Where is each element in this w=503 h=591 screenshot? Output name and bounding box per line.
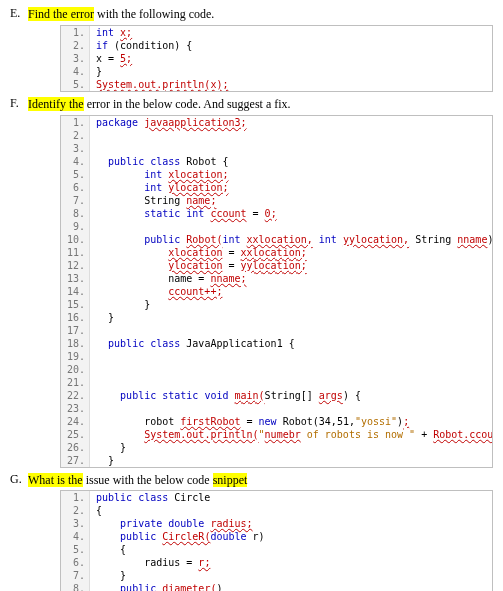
code-text	[90, 363, 96, 376]
code-line: 17.	[61, 324, 492, 337]
code-line: 23.	[61, 402, 492, 415]
code-line: 4.}	[61, 65, 492, 78]
code-text	[90, 324, 96, 337]
code-text: static int ccount = 0;	[90, 207, 277, 220]
code-line: 19.	[61, 350, 492, 363]
code-line: 10. public Robot(int xxlocation, int yyl…	[61, 233, 492, 246]
code-line: 3.	[61, 142, 492, 155]
code-text: private double radius;	[90, 517, 253, 530]
section-title-F: Identify the error in the below code. An…	[28, 96, 291, 113]
line-number: 1.	[61, 116, 90, 129]
line-number: 6.	[61, 181, 90, 194]
code-line: 3.x = 5;	[61, 52, 492, 65]
code-line: 5. {	[61, 543, 492, 556]
code-text: x = 5;	[90, 52, 132, 65]
code-text	[90, 142, 96, 155]
code-line: 4. public CircleR(double r)	[61, 530, 492, 543]
code-line: 14. ccount++;	[61, 285, 492, 298]
line-number: 21.	[61, 376, 90, 389]
code-line: 21.	[61, 376, 492, 389]
code-text: int x;	[90, 26, 132, 39]
line-number: 9.	[61, 220, 90, 233]
code-line: 9.	[61, 220, 492, 233]
code-line: 7. String name;	[61, 194, 492, 207]
line-number: 3.	[61, 142, 90, 155]
code-text: int xlocation;	[90, 168, 228, 181]
page: E. Find the error with the following cod…	[0, 0, 503, 591]
code-line: 2.{	[61, 504, 492, 517]
code-line: 2.if (condition) {	[61, 39, 492, 52]
code-block-F: 1.package javaapplication3;2.3.4. public…	[60, 115, 493, 468]
highlight-G-trail: snippet	[213, 473, 248, 487]
code-text	[90, 350, 96, 363]
code-text: {	[90, 543, 126, 556]
code-line: 13. name = nname;	[61, 272, 492, 285]
line-number: 25.	[61, 428, 90, 441]
line-number: 26.	[61, 441, 90, 454]
title-rest-F: error in the below code. And suggest a f…	[84, 97, 291, 111]
code-text: }	[90, 569, 126, 582]
line-number: 2.	[61, 129, 90, 142]
code-line: 5.System.out.println(x);	[61, 78, 492, 91]
code-text: }	[90, 311, 114, 324]
code-line: 16. }	[61, 311, 492, 324]
line-number: 24.	[61, 415, 90, 428]
code-text: robot firstRobot = new Robot(34,51,"yoss…	[90, 415, 409, 428]
code-text: System.out.println("numebr of robots is …	[90, 428, 493, 441]
code-text: xlocation = xxlocation;	[90, 246, 307, 259]
code-text: package javaapplication3;	[90, 116, 247, 129]
section-F-head: F. Identify the error in the below code.…	[10, 96, 493, 113]
line-number: 7.	[61, 569, 90, 582]
line-number: 5.	[61, 168, 90, 181]
code-text: public CircleR(double r)	[90, 530, 265, 543]
line-number: 14.	[61, 285, 90, 298]
section-letter-G: G.	[10, 472, 28, 487]
code-line: 22. public static void main(String[] arg…	[61, 389, 492, 402]
section-letter-F: F.	[10, 96, 28, 111]
code-text	[90, 402, 96, 415]
section-title-E: Find the error with the following code.	[28, 6, 214, 23]
code-line: 24. robot firstRobot = new Robot(34,51,"…	[61, 415, 492, 428]
line-number: 12.	[61, 259, 90, 272]
code-text: {	[90, 504, 102, 517]
code-line: 7. }	[61, 569, 492, 582]
code-text: ccount++;	[90, 285, 222, 298]
title-rest-G: issue with the below code	[83, 473, 213, 487]
code-text: public class JavaApplication1 {	[90, 337, 295, 350]
line-number: 4.	[61, 65, 90, 78]
highlight-F: Identify the	[28, 97, 84, 111]
line-number: 16.	[61, 311, 90, 324]
code-text: public diameter()	[90, 582, 222, 591]
line-number: 18.	[61, 337, 90, 350]
line-number: 20.	[61, 363, 90, 376]
code-block-E: 1.int x;2.if (condition) {3.x = 5;4.}5.S…	[60, 25, 493, 92]
code-text: public class Circle	[90, 491, 210, 504]
section-G-head: G. What is the issue with the below code…	[10, 472, 493, 489]
title-rest-E: with the following code.	[94, 7, 214, 21]
line-number: 2.	[61, 504, 90, 517]
code-line: 8. static int ccount = 0;	[61, 207, 492, 220]
line-number: 2.	[61, 39, 90, 52]
highlight-E: Find the error	[28, 7, 94, 21]
code-text: public Robot(int xxlocation, int yylocat…	[90, 233, 493, 246]
line-number: 6.	[61, 556, 90, 569]
line-number: 4.	[61, 155, 90, 168]
code-text	[90, 129, 96, 142]
code-line: 11. xlocation = xxlocation;	[61, 246, 492, 259]
code-line: 1.public class Circle	[61, 491, 492, 504]
code-text: }	[90, 298, 150, 311]
code-text: }	[90, 441, 126, 454]
line-number: 4.	[61, 530, 90, 543]
highlight-G: What is the	[28, 473, 83, 487]
line-number: 15.	[61, 298, 90, 311]
line-number: 19.	[61, 350, 90, 363]
code-text: ylocation = yylocation;	[90, 259, 307, 272]
code-line: 18. public class JavaApplication1 {	[61, 337, 492, 350]
code-text: String name;	[90, 194, 216, 207]
code-text: System.out.println(x);	[90, 78, 228, 91]
code-text: public static void main(String[] args) {	[90, 389, 361, 402]
code-line: 2.	[61, 129, 492, 142]
line-number: 10.	[61, 233, 90, 246]
code-line: 1.package javaapplication3;	[61, 116, 492, 129]
line-number: 13.	[61, 272, 90, 285]
